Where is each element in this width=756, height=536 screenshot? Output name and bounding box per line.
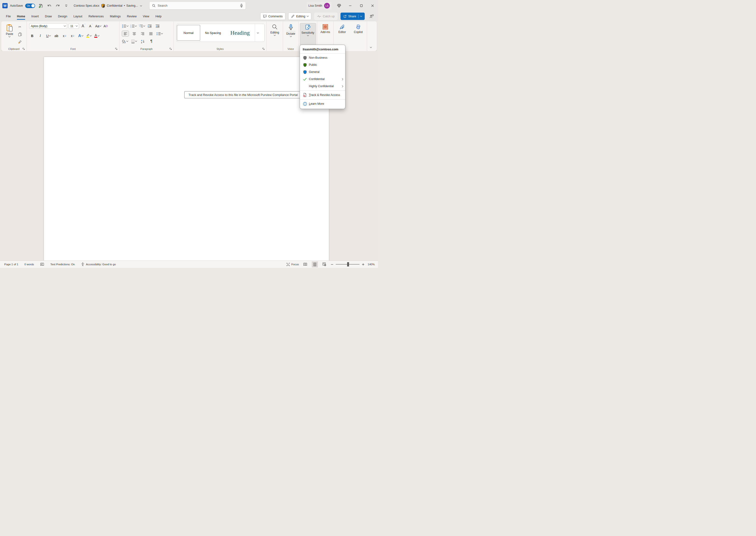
style-no-spacing[interactable]: No Spacing [201,25,225,41]
borders-button[interactable] [131,38,137,44]
undo-button[interactable] [46,3,52,9]
style-normal[interactable]: Normal [177,25,200,41]
strikethrough-button[interactable]: ab [53,33,59,39]
italic-button[interactable]: I [37,33,43,39]
sort-button[interactable]: A Z [140,38,146,44]
tab-home[interactable]: Home [14,13,28,20]
copilot-button[interactable]: Copilot [351,23,366,34]
tab-layout[interactable]: Layout [70,13,85,20]
close-button[interactable] [367,0,378,12]
align-center-button[interactable] [131,31,137,37]
accessibility-status[interactable]: Accessibility: Good to go [81,262,116,266]
search-input[interactable]: Search [149,2,246,10]
zoom-level[interactable]: 140% [368,263,375,266]
sensitivity-button[interactable]: Sensitivity [300,23,316,46]
premium-diamond-icon[interactable] [335,2,343,9]
tab-help[interactable]: Help [152,13,165,20]
menu-item-track-revoke-access[interactable]: Track & Revoke Access [300,91,345,99]
grow-font-button[interactable]: Aˆ [81,23,86,29]
bold-button[interactable]: B [29,33,35,39]
menu-item-general[interactable]: General [300,68,345,76]
shading-button[interactable] [122,38,128,44]
menu-item-learn-more[interactable]: Learn More [300,100,345,107]
show-formatting-button[interactable]: ¶ [148,38,154,44]
dictate-button[interactable]: Dictate [283,23,298,37]
word-count[interactable]: 0 words [24,263,34,266]
text-effects-button[interactable]: A [78,33,83,39]
customize-quick-access-button[interactable] [63,3,69,9]
shrink-font-button[interactable]: Aˇ [88,23,94,29]
addins-button[interactable]: Add-ins [318,23,333,34]
editing-button[interactable]: Editing [267,23,282,36]
minimize-button[interactable] [345,0,356,12]
menu-item-highly-confidential[interactable]: Highly Confidential [300,83,345,90]
align-left-button[interactable] [122,31,129,37]
font-name-select[interactable]: Aptos (Body) [29,23,67,29]
title-chevron-down-icon[interactable] [140,4,142,6]
tab-references[interactable]: References [85,13,107,20]
font-size-select[interactable]: 11 [69,23,79,29]
zoom-in-button[interactable] [362,263,364,266]
document-page[interactable] [44,57,329,260]
save-button[interactable] [38,3,44,9]
underline-button[interactable]: U [45,33,51,39]
document-sensitivity-label[interactable]: Confidential [107,4,122,7]
editor-button[interactable]: Editor [335,23,349,34]
cut-button[interactable]: ✂ [17,24,23,30]
autosave-toggle[interactable]: On [25,4,35,8]
web-layout-button[interactable] [321,261,327,267]
align-right-button[interactable] [140,31,146,37]
paste-button[interactable]: Paste [4,23,15,45]
tab-review[interactable]: Review [124,13,140,20]
tab-insert[interactable]: Insert [28,13,42,20]
voice-search-mic-icon[interactable] [240,4,243,8]
text-predictions-status[interactable]: Text Predictions: On [50,263,75,266]
document-title[interactable]: Contoso Spec.docx [74,4,99,7]
style-heading[interactable]: Heading [226,25,254,41]
collapse-ribbon-chevron-icon[interactable] [370,46,372,48]
share-people-button[interactable] [368,13,376,20]
proofing-status-button[interactable] [40,263,44,266]
numbering-button[interactable]: 123 [130,23,137,29]
account-button[interactable]: Lisa Smith LS [307,2,332,10]
format-painter-button[interactable] [17,39,23,45]
tab-mailings[interactable]: Mailings [107,13,124,20]
menu-item-confidential[interactable]: Confidential [300,76,345,83]
multilevel-list-button[interactable]: 1ai [138,23,145,29]
paragraph-dialog-launcher[interactable] [169,48,172,50]
maximize-button[interactable] [356,0,367,12]
copy-button[interactable] [17,31,23,37]
font-dialog-launcher[interactable] [115,48,117,50]
zoom-slider[interactable] [336,264,359,265]
editing-mode-button[interactable]: Editing [288,13,311,20]
menu-item-public[interactable]: Public [300,61,345,68]
share-button[interactable]: Share [341,13,365,20]
print-layout-button[interactable] [312,261,318,267]
focus-mode-button[interactable]: Focus [286,263,299,266]
superscript-button[interactable]: x2 [70,33,76,39]
font-color-button[interactable]: A [94,33,100,39]
comments-button[interactable]: Comments [260,13,285,20]
tab-design[interactable]: Design [55,13,70,20]
catch-up-button[interactable]: Catch up [314,13,338,20]
highlight-button[interactable] [86,33,92,39]
subscript-button[interactable]: x2 [61,33,67,39]
tab-file[interactable]: File [3,13,14,20]
page-indicator[interactable]: Page 1 of 1 [4,263,18,266]
word-app-icon[interactable]: W [2,3,8,8]
tab-draw[interactable]: Draw [42,13,55,20]
decrease-indent-button[interactable] [147,23,153,29]
read-mode-button[interactable] [302,261,309,267]
clear-formatting-button[interactable]: A [103,23,109,29]
tab-view[interactable]: View [140,13,152,20]
justify-button[interactable] [148,31,154,37]
bullets-button[interactable] [122,23,128,29]
menu-item-non-business[interactable]: Non-Business [300,54,345,61]
line-spacing-button[interactable] [156,31,163,37]
zoom-slider-handle[interactable] [347,262,349,266]
share-dropdown[interactable] [358,15,362,18]
styles-gallery-more-button[interactable] [255,24,260,42]
styles-dialog-launcher[interactable] [262,48,265,50]
redo-button[interactable] [54,3,61,9]
zoom-out-button[interactable] [331,263,333,266]
